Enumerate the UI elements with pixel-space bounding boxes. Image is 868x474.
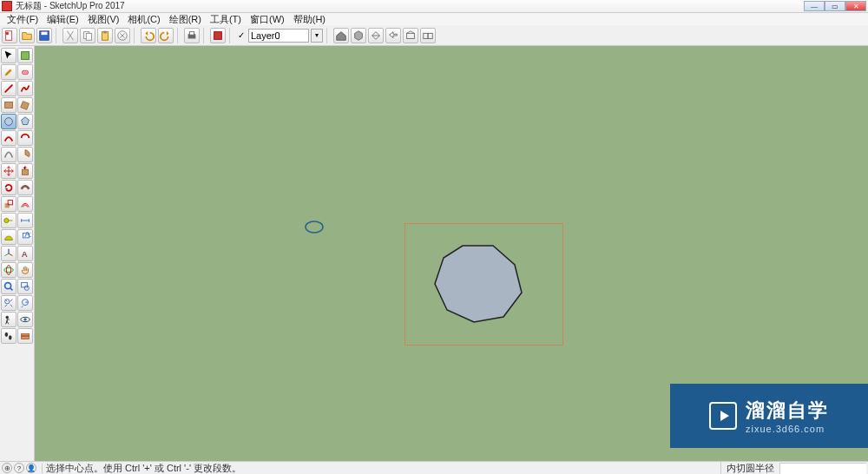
menu-help[interactable]: 帮助(H) (290, 13, 329, 26)
component-tool[interactable] (17, 48, 33, 63)
extension-button[interactable] (368, 28, 384, 43)
previous-view-tool[interactable] (17, 295, 33, 311)
zoom-extents-tool[interactable] (1, 295, 16, 311)
status-bar: ⊕ ? 👤 选择中心点。使用 Ctrl '+' 或 Ctrl '-' 更改段数。… (0, 461, 868, 474)
rotated-rect-tool[interactable] (17, 97, 33, 113)
scene-prev-button[interactable] (385, 28, 401, 43)
menu-edit[interactable]: 编辑(E) (43, 13, 82, 26)
move-tool[interactable] (1, 163, 16, 179)
menu-file[interactable]: 文件(F) (3, 13, 42, 26)
dimension-tool[interactable] (17, 213, 33, 228)
svg-rect-14 (428, 33, 432, 38)
status-separator (42, 464, 43, 473)
toolbar-separator (229, 28, 233, 43)
3dtext-tool[interactable]: A (17, 246, 33, 261)
print-button[interactable] (184, 28, 200, 43)
menu-camera[interactable]: 相机(C) (124, 13, 163, 26)
svg-rect-15 (22, 52, 30, 60)
walk-tool[interactable] (1, 328, 16, 344)
menu-view[interactable]: 视图(V) (84, 13, 123, 26)
circle-tool[interactable] (1, 114, 16, 129)
svg-point-33 (6, 316, 10, 319)
undo-button[interactable] (141, 28, 156, 43)
main-toolbar: ✓ Layer0 ▾ (0, 25, 868, 46)
svg-rect-19 (23, 169, 29, 174)
maximize-button[interactable]: ▭ (825, 1, 845, 11)
menu-tools[interactable]: 工具(T) (207, 13, 245, 26)
select-tool[interactable] (1, 48, 16, 63)
open-file-button[interactable] (19, 28, 35, 43)
section-tool[interactable] (17, 328, 33, 344)
scene-button[interactable] (403, 28, 418, 43)
offset-tool[interactable] (17, 196, 33, 212)
paste-button[interactable] (97, 28, 113, 43)
position-camera-tool[interactable] (1, 312, 16, 327)
scale-tool[interactable] (1, 196, 16, 212)
rectangle-tool[interactable] (1, 97, 16, 113)
component-button[interactable] (351, 28, 366, 43)
status-hint: 选择中心点。使用 Ctrl '+' 或 Ctrl '-' 更改段数。 (46, 462, 241, 475)
polygon-tool[interactable] (17, 114, 33, 129)
window-title: 无标题 - SketchUp Pro 2017 (16, 0, 804, 12)
info-icon[interactable]: ? (14, 463, 24, 473)
protractor-tool[interactable] (1, 229, 16, 245)
redo-button[interactable] (158, 28, 174, 43)
close-button[interactable]: ✕ (845, 1, 866, 11)
2pt-arc-tool[interactable] (17, 130, 33, 146)
layer-check-icon: ✓ (238, 30, 245, 40)
pan-tool[interactable] (17, 262, 33, 278)
svg-rect-12 (407, 33, 415, 38)
app-icon (2, 1, 12, 11)
svg-rect-20 (5, 203, 10, 207)
save-button[interactable] (36, 28, 52, 43)
measurement-label: 内切圆半径 (720, 462, 779, 474)
menu-window[interactable]: 窗口(W) (247, 13, 288, 26)
layer-dropdown-button[interactable]: ▾ (311, 29, 323, 43)
svg-rect-10 (189, 31, 194, 35)
svg-rect-29 (22, 283, 28, 287)
minimize-button[interactable]: — (804, 1, 825, 11)
copy-button[interactable] (80, 28, 95, 43)
pie-tool[interactable] (17, 147, 33, 162)
menu-draw[interactable]: 绘图(R) (166, 13, 205, 26)
polygon-shape[interactable] (432, 244, 523, 324)
pushpull-tool[interactable] (17, 163, 33, 179)
zoom-tool[interactable] (1, 279, 16, 294)
svg-point-1 (6, 31, 10, 35)
warehouse-button[interactable] (333, 28, 349, 43)
svg-point-35 (23, 318, 27, 321)
followme-tool[interactable] (17, 180, 33, 195)
zoom-window-tool[interactable] (17, 279, 33, 294)
svg-rect-16 (23, 70, 29, 74)
axes-tool[interactable] (1, 246, 16, 261)
orbit-tool[interactable] (1, 262, 16, 278)
toolbar-separator (203, 28, 207, 43)
3pt-arc-tool[interactable] (1, 147, 16, 162)
arc-tool[interactable] (1, 130, 16, 146)
svg-point-26 (4, 267, 14, 272)
toolbar-separator (56, 28, 59, 43)
scene-next-button[interactable] (420, 28, 436, 43)
new-file-button[interactable] (2, 28, 17, 43)
look-around-tool[interactable] (17, 312, 33, 327)
layer-select[interactable]: Layer0 (248, 29, 309, 43)
user-icon[interactable]: 👤 (26, 463, 36, 473)
delete-button[interactable] (115, 28, 130, 43)
watermark: 溜溜自学 zixue.3d66.com (670, 384, 868, 448)
tape-tool[interactable] (1, 213, 16, 228)
watermark-title: 溜溜自学 (746, 398, 829, 424)
eraser-tool[interactable] (17, 64, 33, 80)
tool-palette: A1 A (0, 46, 35, 461)
freehand-tool[interactable] (17, 81, 33, 96)
text-tool[interactable]: A1 (17, 229, 33, 245)
line-tool[interactable] (1, 81, 16, 96)
paint-tool[interactable] (1, 64, 16, 80)
svg-rect-11 (214, 31, 222, 39)
model-info-button[interactable] (210, 28, 226, 43)
geo-icon[interactable]: ⊕ (2, 463, 12, 473)
cut-button[interactable] (62, 28, 78, 43)
rotate-tool[interactable] (1, 180, 16, 195)
menu-bar: 文件(F) 编辑(E) 视图(V) 相机(C) 绘图(R) 工具(T) 窗口(W… (0, 13, 868, 25)
measurement-input[interactable] (779, 463, 866, 474)
viewport[interactable]: 溜溜自学 zixue.3d66.com (35, 46, 868, 461)
